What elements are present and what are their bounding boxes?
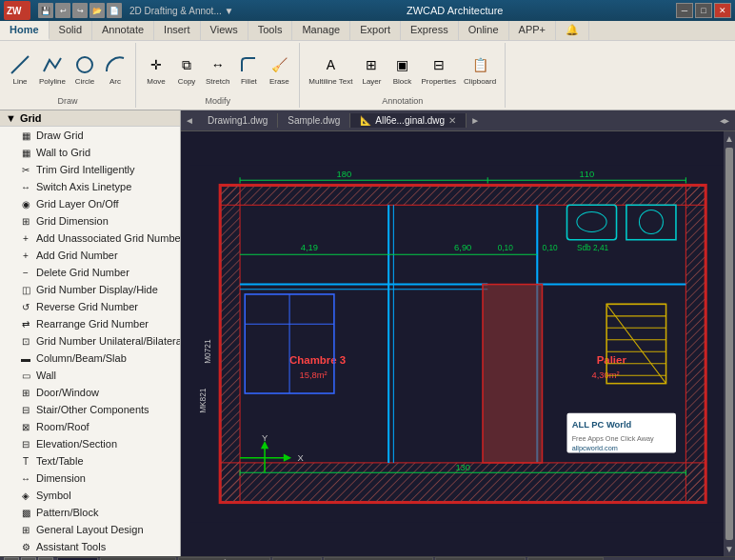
canvas-area[interactable]: Mote <box>181 131 735 556</box>
tab-notification[interactable]: 🔔 <box>556 21 589 40</box>
save-icon[interactable]: 💾 <box>38 3 53 18</box>
panel-item-add-grid-num[interactable]: + Add Grid Number <box>0 247 180 264</box>
maximize-button[interactable]: □ <box>695 3 712 18</box>
polyline-button[interactable]: Polyline <box>36 51 69 88</box>
svg-rect-10 <box>220 185 240 502</box>
block-button[interactable]: ▣ Block <box>387 51 416 88</box>
panel-item-symbol[interactable]: ◈ Symbol <box>0 487 180 504</box>
tab-solid[interactable]: Solid <box>50 21 92 40</box>
grid-display-icon: ◫ <box>19 283 32 296</box>
tab-home[interactable]: Home <box>0 21 50 40</box>
clipboard-button[interactable]: 📋 Clipboard <box>461 51 499 88</box>
line-button[interactable]: Line <box>6 51 34 88</box>
tab-nav-left[interactable]: ◄ <box>181 113 198 128</box>
assistant-icon: ⚙ <box>19 540 32 553</box>
tab-online[interactable]: Online <box>459 21 509 40</box>
panel-item-elevation[interactable]: ⊟ Elevation/Section <box>0 435 180 452</box>
panel-item-draw-grid[interactable]: ▦ Draw Grid <box>0 127 180 144</box>
panel-item-dimension[interactable]: ↔ Dimension <box>0 470 180 487</box>
circle-button[interactable]: Circle <box>70 51 99 88</box>
drawing-tab-3-close[interactable]: ✕ <box>448 115 456 126</box>
tab-tools[interactable]: Tools <box>248 21 293 40</box>
panel-item-wall-to-grid[interactable]: ▦ Wall to Grid <box>0 144 180 161</box>
panel-item-layout-export[interactable]: ↑ Layout/Export <box>0 555 180 556</box>
svg-text:Y: Y <box>262 433 268 443</box>
general-layout-icon: ⊞ <box>19 523 32 536</box>
add-grid-num-icon: + <box>19 249 32 262</box>
block-icon: ▣ <box>390 53 413 76</box>
tab-insert[interactable]: Insert <box>154 21 201 40</box>
tab-nav-right[interactable]: ► <box>467 113 484 128</box>
panel-item-grid-layer[interactable]: ◉ Grid Layer On/Off <box>0 195 180 212</box>
delete-grid-num-icon: − <box>19 266 32 279</box>
panel-header-grid[interactable]: ▼ Grid <box>0 110 180 127</box>
draw-grid-icon: ▦ <box>19 129 32 142</box>
move-icon: ✛ <box>145 53 168 76</box>
tab-views[interactable]: Views <box>201 21 248 40</box>
svg-text:180: 180 <box>337 170 352 179</box>
scroll-thumb[interactable] <box>725 148 733 540</box>
tab-export[interactable]: Export <box>350 21 401 40</box>
drawing-tab-1-label: Drawing1.dwg <box>208 115 268 126</box>
new-icon[interactable]: 📄 <box>107 3 122 18</box>
panel-item-door-window[interactable]: ⊞ Door/Window <box>0 384 180 401</box>
copy-button[interactable]: ⧉ Copy <box>172 51 201 88</box>
panel-item-column-beam[interactable]: ▬ Column/Beam/Slab <box>0 350 180 367</box>
drawing-tab-3[interactable]: 📐 All6e...ginal.dwg ✕ <box>350 113 467 128</box>
panel-item-delete-grid-num[interactable]: − Delete Grid Number <box>0 264 180 281</box>
symbol-icon: ◈ <box>19 489 32 502</box>
reverse-grid-icon: ↺ <box>19 300 32 313</box>
properties-button[interactable]: ⊟ Properties <box>418 51 458 88</box>
arc-button[interactable]: Arc <box>101 51 129 88</box>
open-icon[interactable]: 📂 <box>89 3 105 18</box>
multiline-text-button[interactable]: A Multiline Text <box>306 51 355 88</box>
undo-icon[interactable]: ↩ <box>55 3 70 18</box>
panel-item-text-table[interactable]: T Text/Table <box>0 452 180 470</box>
circle-icon <box>73 53 96 76</box>
scroll-up-button[interactable]: ▲ <box>723 131 735 146</box>
panel-item-rearrange-grid[interactable]: ⇄ Rearrange Grid Number <box>0 315 180 332</box>
panel-item-trim-grid[interactable]: ✂ Trim Gird Intelligently <box>0 161 180 178</box>
trim-grid-icon: ✂ <box>19 163 32 176</box>
svg-text:130: 130 <box>455 463 470 472</box>
fillet-button[interactable]: Fillet <box>234 51 263 88</box>
panel-item-wall[interactable]: ▭ Wall <box>0 367 180 384</box>
panel-item-switch-axis[interactable]: ↔ Switch Axis Linetype <box>0 178 180 195</box>
tab-express[interactable]: Express <box>401 21 459 40</box>
ribbon-group-draw: Line Polyline Circle <box>0 43 136 108</box>
tab-manage[interactable]: Manage <box>292 21 350 40</box>
scroll-down-button[interactable]: ▼ <box>723 542 735 556</box>
stretch-button[interactable]: ↔ Stretch <box>203 51 232 88</box>
drawing-area-scrollbar[interactable]: ◂▸ <box>714 113 735 128</box>
redo-icon[interactable]: ↪ <box>72 3 88 18</box>
minimize-button[interactable]: ─ <box>676 3 693 18</box>
vertical-scrollbar[interactable]: ▲ ▼ <box>724 131 735 556</box>
draw-tools: Line Polyline Circle <box>6 45 129 94</box>
move-button[interactable]: ✛ Move <box>142 51 170 88</box>
erase-button[interactable]: 🧹 Erase <box>265 51 293 88</box>
panel-item-stair[interactable]: ⊟ Stair/Other Components <box>0 401 180 418</box>
close-button[interactable]: ✕ <box>714 3 731 18</box>
layer-button[interactable]: ⊞ Layer <box>357 51 386 88</box>
tab-annotate[interactable]: Annotate <box>92 21 154 40</box>
panel-item-grid-unilateral[interactable]: ⊡ Grid Number Unilateral/Bilateral <box>0 332 180 350</box>
panel-item-general-layout[interactable]: ⊞ General Layout Design <box>0 521 180 538</box>
panel-item-room-roof[interactable]: ⊠ Room/Roof <box>0 418 180 435</box>
switch-axis-icon: ↔ <box>19 180 32 193</box>
panel-item-grid-dimension[interactable]: ⊞ Grid Dimension <box>0 212 180 230</box>
left-panel: ▼ Grid ▦ Draw Grid ▦ Wall to Grid ✂ Trim… <box>0 110 181 556</box>
properties-icon: ⊟ <box>427 53 450 76</box>
app-title: ZWCAD Architecture <box>233 5 676 16</box>
panel-item-add-unassoc[interactable]: + Add Unassociated Grid Number <box>0 230 180 247</box>
svg-text:allpcworld.com: allpcworld.com <box>572 444 618 452</box>
drawing-tab-2[interactable]: Sample.dwg <box>278 113 350 128</box>
panel-item-grid-display[interactable]: ◫ Grid Number Display/Hide <box>0 281 180 298</box>
svg-text:0,10: 0,10 <box>542 243 558 252</box>
panel-item-reverse-grid[interactable]: ↺ Reverse Grid Number <box>0 298 180 315</box>
drawing-tab-1[interactable]: Drawing1.dwg <box>198 113 278 128</box>
panel-item-assistant[interactable]: ⚙ Assistant Tools <box>0 538 180 555</box>
drawing-tab-3-icon: 📐 <box>360 115 371 126</box>
tab-app-plus[interactable]: APP+ <box>509 21 556 40</box>
panel-item-pattern-block[interactable]: ▩ Pattern/Block <box>0 504 180 521</box>
drawing-area: ◄ Drawing1.dwg Sample.dwg 📐 All6e...gina… <box>181 110 735 556</box>
